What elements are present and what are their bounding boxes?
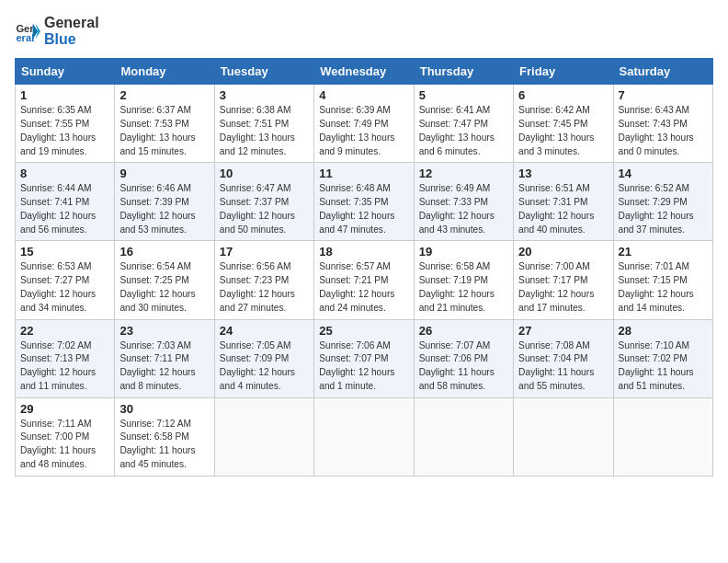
day-info: Sunrise: 6:42 AM Sunset: 7:45 PM Dayligh…	[518, 104, 608, 158]
day-info: Sunrise: 7:12 AM Sunset: 6:58 PM Dayligh…	[119, 418, 209, 472]
day-info: Sunrise: 7:05 AM Sunset: 7:09 PM Dayligh…	[220, 339, 309, 394]
weekday-header: Friday	[514, 59, 613, 85]
day-info: Sunrise: 6:38 AM Sunset: 7:51 PM Dayligh…	[220, 104, 309, 158]
day-info: Sunrise: 6:52 AM Sunset: 7:29 PM Dayligh…	[619, 182, 708, 236]
day-number: 26	[419, 324, 508, 338]
day-number: 5	[419, 88, 508, 102]
calendar-week-row: 29 Sunrise: 7:11 AM Sunset: 7:00 PM Dayl…	[16, 397, 713, 476]
calendar-cell: 4 Sunrise: 6:39 AM Sunset: 7:49 PM Dayli…	[314, 85, 414, 163]
day-info: Sunrise: 6:56 AM Sunset: 7:23 PM Dayligh…	[220, 260, 309, 315]
calendar-cell: 27 Sunrise: 7:08 AM Sunset: 7:04 PM Dayl…	[514, 319, 613, 397]
day-number: 27	[518, 324, 608, 338]
day-number: 2	[119, 88, 209, 102]
day-info: Sunrise: 7:10 AM Sunset: 7:02 PM Dayligh…	[619, 339, 708, 394]
calendar-cell: 2 Sunrise: 6:37 AM Sunset: 7:53 PM Dayli…	[115, 85, 214, 163]
weekday-header: Tuesday	[214, 59, 313, 85]
calendar-cell: 8 Sunrise: 6:44 AM Sunset: 7:41 PM Dayli…	[16, 163, 115, 241]
day-number: 14	[619, 167, 708, 180]
calendar-table: SundayMondayTuesdayWednesdayThursdayFrid…	[15, 58, 713, 477]
calendar-cell: 14 Sunrise: 6:52 AM Sunset: 7:29 PM Dayl…	[613, 163, 712, 241]
day-number: 23	[119, 324, 209, 338]
day-number: 7	[619, 88, 708, 102]
calendar-cell: 29 Sunrise: 7:11 AM Sunset: 7:00 PM Dayl…	[16, 397, 115, 476]
calendar-cell: 11 Sunrise: 6:48 AM Sunset: 7:35 PM Dayl…	[314, 163, 414, 241]
day-number: 4	[319, 88, 408, 102]
calendar-cell	[214, 397, 313, 476]
calendar-cell: 28 Sunrise: 7:10 AM Sunset: 7:02 PM Dayl…	[613, 319, 712, 397]
weekday-header: Sunday	[16, 59, 115, 85]
day-number: 18	[319, 245, 408, 259]
day-number: 1	[20, 88, 109, 102]
day-info: Sunrise: 6:46 AM Sunset: 7:39 PM Dayligh…	[119, 182, 209, 236]
day-info: Sunrise: 6:43 AM Sunset: 7:43 PM Dayligh…	[619, 104, 708, 158]
calendar-cell: 26 Sunrise: 7:07 AM Sunset: 7:06 PM Dayl…	[414, 319, 513, 397]
calendar-week-row: 22 Sunrise: 7:02 AM Sunset: 7:13 PM Dayl…	[16, 319, 713, 397]
calendar-week-row: 1 Sunrise: 6:35 AM Sunset: 7:55 PM Dayli…	[16, 85, 713, 163]
day-number: 16	[119, 245, 209, 259]
calendar-cell: 30 Sunrise: 7:12 AM Sunset: 6:58 PM Dayl…	[115, 397, 214, 476]
calendar-cell: 5 Sunrise: 6:41 AM Sunset: 7:47 PM Dayli…	[414, 85, 513, 163]
day-number: 17	[220, 245, 309, 259]
day-info: Sunrise: 6:51 AM Sunset: 7:31 PM Dayligh…	[518, 182, 608, 236]
day-info: Sunrise: 6:35 AM Sunset: 7:55 PM Dayligh…	[20, 104, 109, 158]
day-number: 24	[220, 324, 309, 338]
day-info: Sunrise: 7:00 AM Sunset: 7:17 PM Dayligh…	[518, 260, 608, 315]
calendar-cell: 24 Sunrise: 7:05 AM Sunset: 7:09 PM Dayl…	[214, 319, 313, 397]
day-number: 12	[419, 167, 508, 180]
day-number: 22	[20, 324, 109, 338]
calendar-cell: 21 Sunrise: 7:01 AM Sunset: 7:15 PM Dayl…	[613, 241, 712, 319]
calendar-cell: 6 Sunrise: 6:42 AM Sunset: 7:45 PM Dayli…	[514, 85, 613, 163]
day-number: 8	[20, 167, 109, 180]
day-number: 6	[518, 88, 608, 102]
day-number: 9	[119, 167, 209, 180]
calendar-cell: 19 Sunrise: 6:58 AM Sunset: 7:19 PM Dayl…	[414, 241, 513, 319]
calendar-cell: 15 Sunrise: 6:53 AM Sunset: 7:27 PM Dayl…	[16, 241, 115, 319]
calendar-cell: 16 Sunrise: 6:54 AM Sunset: 7:25 PM Dayl…	[115, 241, 214, 319]
day-info: Sunrise: 6:48 AM Sunset: 7:35 PM Dayligh…	[319, 182, 408, 236]
calendar-cell: 10 Sunrise: 6:47 AM Sunset: 7:37 PM Dayl…	[214, 163, 313, 241]
day-info: Sunrise: 7:11 AM Sunset: 7:00 PM Dayligh…	[20, 418, 109, 472]
day-number: 11	[319, 167, 408, 180]
day-info: Sunrise: 6:57 AM Sunset: 7:21 PM Dayligh…	[319, 260, 408, 315]
day-number: 29	[20, 402, 109, 416]
logo-line2: Blue	[44, 31, 99, 48]
calendar-cell: 22 Sunrise: 7:02 AM Sunset: 7:13 PM Dayl…	[16, 319, 115, 397]
day-info: Sunrise: 6:49 AM Sunset: 7:33 PM Dayligh…	[419, 182, 508, 236]
day-number: 21	[619, 245, 708, 259]
calendar-week-row: 15 Sunrise: 6:53 AM Sunset: 7:27 PM Dayl…	[16, 241, 713, 319]
day-number: 20	[518, 245, 608, 259]
calendar-cell: 7 Sunrise: 6:43 AM Sunset: 7:43 PM Dayli…	[613, 85, 712, 163]
day-info: Sunrise: 6:54 AM Sunset: 7:25 PM Dayligh…	[119, 260, 209, 315]
day-number: 10	[220, 167, 309, 180]
calendar-cell: 20 Sunrise: 7:00 AM Sunset: 7:17 PM Dayl…	[514, 241, 613, 319]
calendar-cell	[414, 397, 513, 476]
day-info: Sunrise: 7:01 AM Sunset: 7:15 PM Dayligh…	[619, 260, 708, 315]
day-info: Sunrise: 7:08 AM Sunset: 7:04 PM Dayligh…	[518, 339, 608, 394]
day-info: Sunrise: 6:39 AM Sunset: 7:49 PM Dayligh…	[319, 104, 408, 158]
day-info: Sunrise: 6:53 AM Sunset: 7:27 PM Dayligh…	[20, 260, 109, 315]
weekday-header: Wednesday	[314, 59, 414, 85]
day-info: Sunrise: 7:07 AM Sunset: 7:06 PM Dayligh…	[419, 339, 508, 394]
weekday-header: Thursday	[414, 59, 513, 85]
day-number: 15	[20, 245, 109, 259]
calendar-cell	[514, 397, 613, 476]
weekday-header: Saturday	[613, 59, 712, 85]
calendar-cell	[613, 397, 712, 476]
logo-line1: General	[44, 15, 99, 31]
day-info: Sunrise: 7:03 AM Sunset: 7:11 PM Dayligh…	[119, 339, 209, 394]
day-number: 25	[319, 324, 408, 338]
calendar-cell: 1 Sunrise: 6:35 AM Sunset: 7:55 PM Dayli…	[16, 85, 115, 163]
logo-icon: Gen eral	[15, 18, 40, 44]
day-number: 19	[419, 245, 508, 259]
page-header: Gen eral General Blue	[15, 15, 713, 47]
calendar-cell: 9 Sunrise: 6:46 AM Sunset: 7:39 PM Dayli…	[115, 163, 214, 241]
day-info: Sunrise: 6:58 AM Sunset: 7:19 PM Dayligh…	[419, 260, 508, 315]
logo: Gen eral General Blue	[15, 15, 99, 47]
calendar-cell	[314, 397, 414, 476]
day-number: 3	[220, 88, 309, 102]
day-info: Sunrise: 6:37 AM Sunset: 7:53 PM Dayligh…	[119, 104, 209, 158]
day-info: Sunrise: 6:41 AM Sunset: 7:47 PM Dayligh…	[419, 104, 508, 158]
calendar-header-row: SundayMondayTuesdayWednesdayThursdayFrid…	[16, 59, 713, 85]
day-info: Sunrise: 7:06 AM Sunset: 7:07 PM Dayligh…	[319, 339, 408, 394]
calendar-cell: 3 Sunrise: 6:38 AM Sunset: 7:51 PM Dayli…	[214, 85, 313, 163]
